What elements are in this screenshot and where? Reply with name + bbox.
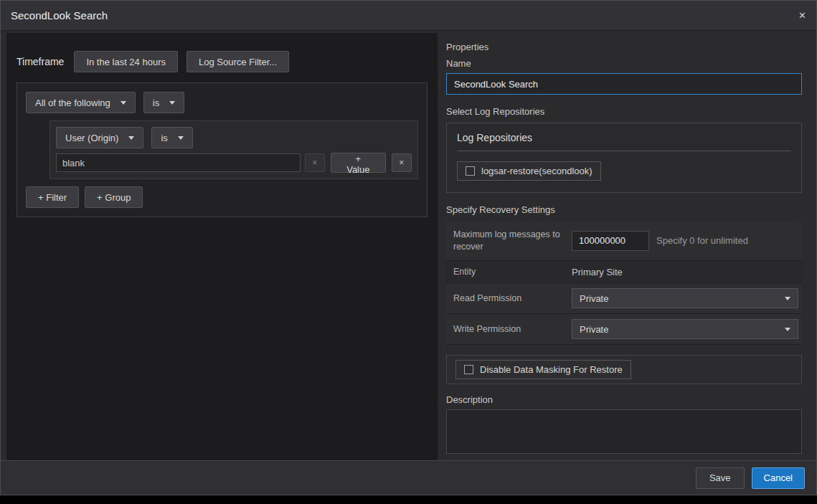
properties-section-label: Properties bbox=[446, 42, 802, 52]
setting-row-write-permission: Write Permission Private bbox=[446, 314, 802, 345]
footer: Save Cancel bbox=[1, 460, 816, 495]
max-messages-label: Maximum log messages to recover bbox=[446, 224, 572, 257]
description-input[interactable] bbox=[446, 409, 802, 454]
clear-value-button[interactable]: × bbox=[305, 153, 325, 172]
rule-condition-value: is bbox=[161, 133, 167, 143]
timeframe-button[interactable]: In the last 24 hours bbox=[74, 51, 178, 72]
repository-label: logsar-restore(secondlook) bbox=[481, 166, 592, 176]
read-permission-select[interactable]: Private bbox=[572, 288, 798, 308]
log-source-filter-button[interactable]: Log Source Filter... bbox=[186, 51, 289, 72]
masking-box: Disable Data Masking For Restore bbox=[446, 355, 802, 384]
max-messages-hint: Specify 0 for unlimited bbox=[656, 235, 748, 246]
entity-value-cell: Primary Site bbox=[572, 267, 802, 277]
rule-field-value: User (Origin) bbox=[65, 133, 118, 143]
recovery-settings-table: Maximum log messages to recover Specify … bbox=[446, 221, 802, 345]
filter-group: All of the following is User (Origin) is bbox=[16, 82, 428, 217]
remove-rule-button[interactable]: × bbox=[392, 153, 412, 172]
cancel-button[interactable]: Cancel bbox=[752, 467, 805, 489]
chevron-down-icon bbox=[785, 328, 790, 331]
entity-value: Primary Site bbox=[572, 267, 623, 277]
properties-panel: Properties Name Select Log Repositories … bbox=[446, 33, 802, 457]
repository-checkbox-item[interactable]: logsar-restore(secondlook) bbox=[457, 161, 601, 181]
rule-value-input[interactable] bbox=[56, 153, 301, 172]
log-repositories-header: Log Repositories bbox=[457, 132, 791, 151]
checkbox-icon bbox=[464, 365, 473, 374]
filter-rule-header: User (Origin) is bbox=[56, 127, 412, 148]
rule-field-dropdown[interactable]: User (Origin) bbox=[56, 127, 143, 148]
filter-group-header: All of the following is bbox=[26, 92, 418, 113]
dialog-title: SecondLook Search bbox=[11, 9, 108, 22]
read-permission-value: Private bbox=[580, 293, 608, 304]
setting-row-read-permission: Read Permission Private bbox=[446, 283, 802, 314]
max-messages-value-cell: Specify 0 for unlimited bbox=[572, 231, 802, 251]
write-permission-value-cell: Private bbox=[572, 319, 802, 339]
chevron-down-icon bbox=[128, 136, 134, 140]
filter-rule: User (Origin) is × + Value × bbox=[49, 120, 418, 179]
repositories-section-label: Select Log Repositories bbox=[446, 106, 802, 117]
titlebar: SecondLook Search ✕ bbox=[1, 1, 816, 31]
checkbox-icon bbox=[466, 166, 475, 176]
group-operator-dropdown[interactable]: All of the following bbox=[26, 92, 136, 113]
write-permission-value: Private bbox=[580, 324, 608, 335]
name-label: Name bbox=[446, 58, 802, 69]
close-icon[interactable]: ✕ bbox=[798, 11, 806, 20]
write-permission-select[interactable]: Private bbox=[572, 319, 798, 339]
write-permission-label: Write Permission bbox=[446, 319, 572, 340]
chevron-down-icon bbox=[178, 136, 184, 140]
add-group-button[interactable]: + Group bbox=[85, 186, 143, 208]
group-condition-dropdown[interactable]: is bbox=[143, 92, 184, 113]
save-button[interactable]: Save bbox=[696, 467, 745, 489]
secondlook-search-dialog: SecondLook Search ✕ Timeframe In the las… bbox=[0, 0, 817, 495]
entity-label: Entity bbox=[446, 262, 572, 282]
timeframe-label: Timeframe bbox=[16, 56, 64, 67]
search-filter-panel: Timeframe In the last 24 hours Log Sourc… bbox=[6, 33, 438, 460]
setting-row-entity: Entity Primary Site bbox=[446, 261, 802, 283]
timeframe-row: Timeframe In the last 24 hours Log Sourc… bbox=[6, 33, 438, 72]
masking-label: Disable Data Masking For Restore bbox=[480, 364, 623, 375]
log-repositories-box: Log Repositories logsar-restore(secondlo… bbox=[446, 123, 802, 193]
chevron-down-icon bbox=[169, 101, 175, 105]
add-filter-button[interactable]: + Filter bbox=[26, 186, 79, 208]
name-input[interactable] bbox=[446, 73, 802, 95]
add-value-button[interactable]: + Value bbox=[331, 153, 386, 173]
description-label: Description bbox=[446, 394, 802, 405]
chevron-down-icon bbox=[121, 101, 126, 105]
masking-checkbox-item[interactable]: Disable Data Masking For Restore bbox=[455, 360, 631, 379]
group-operator-value: All of the following bbox=[35, 98, 110, 108]
recovery-section-label: Specify Recovery Settings bbox=[446, 204, 802, 215]
max-messages-input[interactable] bbox=[572, 231, 649, 251]
setting-row-max-messages: Maximum log messages to recover Specify … bbox=[446, 221, 802, 261]
rule-condition-dropdown[interactable]: is bbox=[151, 127, 192, 148]
read-permission-value-cell: Private bbox=[572, 288, 802, 308]
rule-value-row: × + Value × bbox=[56, 153, 412, 173]
chevron-down-icon bbox=[785, 297, 790, 300]
read-permission-label: Read Permission bbox=[446, 288, 572, 309]
filter-group-actions: + Filter + Group bbox=[26, 186, 418, 208]
group-condition-value: is bbox=[153, 98, 159, 108]
